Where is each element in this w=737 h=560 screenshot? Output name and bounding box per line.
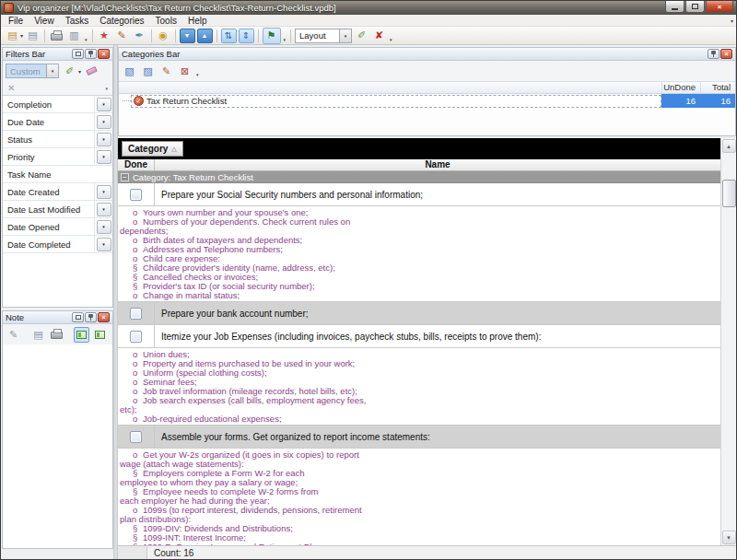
task-checkbox[interactable]	[130, 331, 142, 343]
done-column-header[interactable]: Done	[118, 159, 155, 170]
move-up-icon[interactable]: ▲	[197, 29, 213, 43]
task-checkbox[interactable]	[130, 308, 142, 320]
close-panel-button[interactable]: ×	[98, 49, 110, 59]
layout-combo[interactable]: Layout▾	[295, 29, 352, 43]
scroll-down-icon[interactable]: ▼	[722, 531, 736, 544]
expand-all-icon[interactable]: ⇅	[221, 29, 237, 43]
combo-dropdown-icon[interactable]: ▾	[46, 64, 58, 77]
save-note-icon[interactable]: ▤	[25, 28, 41, 43]
menu-help[interactable]: Help	[182, 16, 213, 26]
task-name[interactable]: Itemize your Job Expenses (including inv…	[155, 332, 720, 342]
delete-layout-icon[interactable]: ✘	[371, 28, 387, 43]
filter-dropdown-cell: ▾	[94, 131, 112, 147]
categories-toolbar-overflow-icon[interactable]: ▾	[196, 64, 199, 77]
new-note-dropdown-icon[interactable]: ▾	[20, 32, 23, 39]
restore-panel-button[interactable]	[72, 49, 84, 59]
category-tree-row[interactable]: ✓ Tax Return Checklist 16 16	[119, 94, 735, 108]
close-panel-button[interactable]: ×	[98, 312, 110, 322]
menu-categories[interactable]: Categories	[94, 16, 149, 26]
pin-panel-button[interactable]	[85, 312, 97, 322]
pin-panel-button[interactable]	[708, 49, 719, 59]
filters-overflow-icon[interactable]: ▾	[105, 86, 108, 91]
maximize-button[interactable]	[685, 1, 705, 13]
name-column-header[interactable]: Name	[155, 159, 720, 170]
category-item[interactable]: ✓ Tax Return Checklist	[131, 95, 661, 108]
filter-dropdown-icon[interactable]: ▾	[97, 98, 111, 111]
edit-note-icon[interactable]: ✎	[6, 327, 21, 343]
note-text: Uniform (special clothing costs);	[143, 368, 720, 378]
filter-dropdown-icon[interactable]: ▾	[97, 238, 111, 251]
combo-dropdown-icon[interactable]: ▾	[339, 29, 351, 42]
new-note-icon[interactable]: ▤	[5, 28, 20, 43]
print-group-overflow-icon[interactable]: ▾	[85, 29, 88, 42]
delete-category-icon[interactable]: ⊠	[177, 64, 193, 79]
filter-dropdown-icon[interactable]: ▾	[97, 220, 111, 234]
task-name[interactable]: Prepare your bank account number;	[155, 309, 720, 319]
close-panel-button[interactable]: ×	[720, 49, 732, 59]
task-name[interactable]: Assemble your forms. Get organized to re…	[155, 432, 720, 442]
menu-tasks[interactable]: Tasks	[60, 16, 95, 26]
filter-dropdown-icon[interactable]: ▾	[97, 133, 111, 146]
task-row[interactable]: Assemble your forms. Get organized to re…	[118, 426, 720, 449]
close-button[interactable]: ×	[706, 1, 733, 13]
scrollbar-thumb[interactable]	[722, 180, 736, 207]
move-down-icon[interactable]: ▼	[180, 29, 195, 43]
remove-filter-icon[interactable]: ✕	[7, 83, 15, 93]
scrollbar-track[interactable]	[722, 154, 736, 531]
add-category-icon[interactable]: ▧	[122, 64, 137, 79]
task-checkbox[interactable]	[130, 189, 142, 201]
task-row[interactable]: Prepare your Social Security numbers and…	[118, 183, 720, 206]
note-text: Change in marital status;	[143, 291, 720, 300]
task-row[interactable]: Itemize your Job Expenses (including inv…	[118, 325, 720, 348]
filter-dropdown-icon[interactable]: ▾	[97, 203, 111, 216]
note-bullet: o	[118, 217, 143, 227]
customize-layout-icon[interactable]: ✐	[354, 28, 369, 43]
task-name[interactable]: Prepare your Social Security numbers and…	[155, 190, 720, 200]
assign-task-icon[interactable]: ✒	[132, 28, 147, 43]
print-note-icon[interactable]	[49, 327, 64, 343]
apply-filter-icon[interactable]: ✐	[62, 64, 77, 79]
view-edit-mode-icon[interactable]	[74, 327, 89, 343]
edit-category-icon[interactable]: ✎	[158, 64, 174, 79]
new-task-icon[interactable]: ★	[97, 28, 112, 43]
filter-dropdown-icon[interactable]: ▾	[97, 150, 111, 164]
print-preview-icon[interactable]: ▥	[66, 28, 82, 43]
add-subcategory-icon[interactable]: ▨	[140, 64, 156, 79]
task-checkbox[interactable]	[130, 431, 142, 443]
flag-overflow-icon[interactable]: ▾	[284, 29, 287, 42]
category-group-row[interactable]: −Category: Tax Return Checklist	[118, 171, 720, 183]
filter-dropdown-icon[interactable]: ▾	[97, 115, 111, 129]
lookup-note-icon[interactable]: ▤	[30, 327, 46, 343]
undone-column-header[interactable]: UnDone	[661, 82, 700, 93]
note-text: Addresses and Telephone numbers;	[143, 245, 720, 254]
clear-filter-icon[interactable]	[84, 64, 99, 79]
toolbar-separator	[44, 29, 45, 42]
menu-view[interactable]: View	[29, 16, 60, 26]
task-row[interactable]: Prepare your bank account number;	[118, 302, 720, 325]
note-bullet: o	[118, 378, 143, 387]
pin-panel-button[interactable]	[85, 49, 97, 59]
vertical-scrollbar[interactable]: ▲ ▼	[720, 138, 736, 545]
menu-file[interactable]: File	[3, 16, 29, 26]
filter-dropdown-cell: ▾	[94, 236, 112, 252]
collapse-all-icon[interactable]: ⇕	[239, 29, 254, 43]
collapse-group-icon[interactable]: −	[121, 173, 129, 181]
minimize-button[interactable]	[665, 1, 684, 13]
flag-filter-icon[interactable]: ⚑	[263, 28, 281, 44]
filter-dropdown-icon[interactable]: ▾	[97, 185, 111, 199]
menubar-overflow-icon[interactable]: ▾	[731, 18, 733, 24]
view-preview-mode-icon[interactable]	[92, 327, 108, 343]
edit-task-icon[interactable]: ✎	[114, 28, 130, 43]
restore-panel-button[interactable]	[72, 312, 84, 322]
hide-completed-icon[interactable]: ◉	[156, 28, 171, 43]
filter-preset-combo[interactable]: Custom▾	[6, 64, 59, 78]
apply-filter-dropdown-icon[interactable]: ▾	[78, 68, 81, 75]
menu-tools[interactable]: Tools	[150, 16, 182, 26]
total-column-header[interactable]: Total	[700, 82, 735, 93]
layout-overflow-icon[interactable]: ▾	[390, 29, 392, 42]
note-content[interactable]	[3, 344, 112, 548]
group-by-category-chip[interactable]: Category △	[122, 141, 183, 157]
scroll-up-icon[interactable]: ▲	[722, 139, 736, 153]
filters-bar-title: Filters Bar	[6, 49, 45, 59]
print-icon[interactable]	[49, 28, 64, 43]
